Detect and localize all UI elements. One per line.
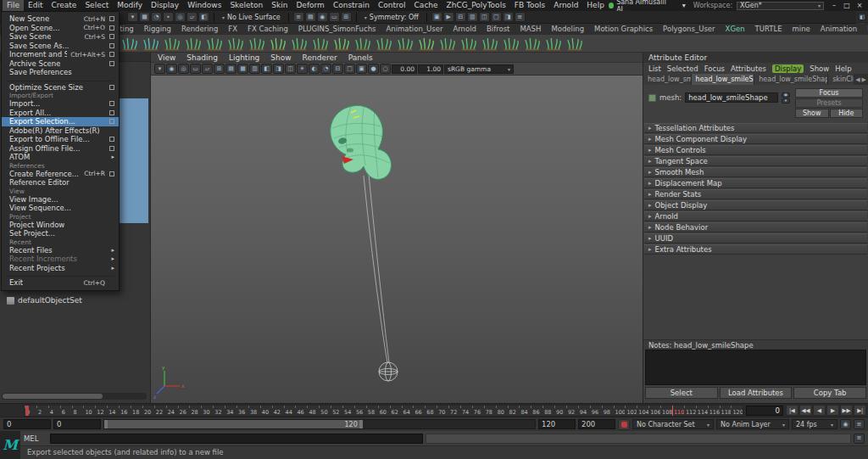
option-box[interactable]: [109, 119, 114, 124]
file-menu-item[interactable]: View ▸: [2, 188, 119, 195]
close-button[interactable]: ×: [854, 1, 865, 10]
selection-mask-icon[interactable]: ▾: [127, 12, 138, 22]
menubar-item[interactable]: Windows: [183, 0, 225, 11]
file-menu-item[interactable]: ATOM ▸: [2, 153, 119, 162]
snap-to-view-plane-icon[interactable]: ▱: [186, 12, 198, 22]
attribute-section-header[interactable]: ▸ Mesh Component Display: [644, 134, 867, 144]
file-menu-item[interactable]: Export to Offline File... ▸: [2, 135, 119, 144]
file-menu-item[interactable]: Save Preferences ▸: [2, 68, 119, 77]
attribute-editor-menu-item[interactable]: Show: [810, 64, 829, 73]
option-box[interactable]: [109, 137, 114, 142]
symmetry-dropdown[interactable]: ▾ Symmetry: Off: [361, 14, 422, 21]
anim-layer-dropdown[interactable]: No Anim Layer ▾: [716, 419, 789, 429]
construction-history-icon[interactable]: ≡: [293, 12, 304, 22]
option-box[interactable]: [109, 43, 114, 48]
xgen-shelf-icon[interactable]: [396, 36, 415, 51]
xgen-shelf-icon[interactable]: [438, 36, 457, 51]
attribute-editor-menu-item[interactable]: Help: [835, 64, 851, 73]
attribute-editor-menu-item[interactable]: Display: [772, 64, 804, 73]
xgen-shelf-icon[interactable]: [142, 36, 160, 51]
file-menu-item[interactable]: Create Reference... Ctrl+R ▸: [2, 170, 119, 179]
viewport-menu-item[interactable]: Panels: [348, 53, 373, 62]
go-to-end-button[interactable]: ▶|: [854, 405, 866, 416]
attribute-section-header[interactable]: ▸ Node Behavior: [644, 222, 867, 232]
xgen-shelf-icon[interactable]: [205, 36, 224, 51]
shelf-tab[interactable]: PLUGINS_SimonFuchs: [293, 24, 381, 35]
file-menu-item[interactable]: ▸: [7, 273, 114, 277]
file-menu-item[interactable]: Save Scene Ctrl+S ▸: [2, 32, 119, 42]
xgen-shelf-icon[interactable]: [375, 36, 393, 51]
channel-box-icon[interactable]: □: [491, 12, 502, 22]
playback-speed-icon[interactable]: ◉: [840, 419, 851, 429]
xgen-shelf-icon[interactable]: [459, 36, 478, 51]
xgen-shelf-icon[interactable]: [290, 36, 309, 51]
hide-button[interactable]: Hide: [830, 109, 864, 118]
shelf-tab[interactable]: Modeling: [546, 24, 589, 35]
xgen-shelf-icon[interactable]: [481, 36, 499, 51]
render-settings-icon[interactable]: ⊟: [455, 12, 466, 22]
current-time-indicator[interactable]: [25, 406, 29, 416]
gamma-field[interactable]: 1.00: [418, 64, 443, 74]
shadows-icon[interactable]: ◐: [309, 64, 320, 74]
option-box[interactable]: [109, 61, 114, 66]
motion-blur-icon[interactable]: ⊟: [332, 64, 343, 74]
file-menu-item[interactable]: Recent Projects ▸: [2, 264, 119, 273]
menubar-item[interactable]: Deform: [292, 0, 328, 11]
file-menu-item[interactable]: New Scene Ctrl+N ▸: [2, 14, 119, 24]
paint-effects-icon[interactable]: ▭: [329, 12, 340, 22]
make-live-icon[interactable]: ◧: [198, 12, 209, 22]
attribute-editor-tab[interactable]: head_low_smileShapeOrig: [754, 74, 828, 85]
panel-menu-icon[interactable]: ▾: [154, 64, 165, 74]
command-line-input[interactable]: [50, 434, 423, 444]
lighting-icon[interactable]: ☀: [297, 64, 308, 74]
option-box[interactable]: [109, 25, 114, 31]
attribute-section-header[interactable]: ▸ UUID: [644, 233, 867, 243]
attribute-section-header[interactable]: ▸ Extra Attributes: [644, 244, 867, 255]
file-menu-item[interactable]: Export All... ▸: [2, 109, 119, 118]
select-node-icon[interactable]: ◉: [782, 92, 790, 98]
list-input-operations-icon[interactable]: ▤: [305, 12, 316, 22]
wireframe-icon[interactable]: □: [344, 64, 355, 74]
presets-button[interactable]: Presets: [795, 98, 863, 108]
field-chart-icon[interactable]: ◫: [285, 64, 296, 74]
menubar-item[interactable]: ZhCG_PolyTools: [442, 0, 510, 11]
option-box[interactable]: [109, 34, 114, 39]
snap-to-projected-center-icon[interactable]: ◎: [175, 12, 186, 22]
shelf-tab[interactable]: mine: [787, 24, 815, 35]
menubar-item[interactable]: Skeleton: [225, 0, 267, 11]
grid-icon[interactable]: ▦: [237, 64, 248, 74]
shelf-tab[interactable]: Rigging: [139, 24, 176, 35]
file-menu-item[interactable]: Recent Files ▸: [2, 246, 119, 255]
animation-end-field[interactable]: 200: [578, 419, 615, 429]
exposure-field[interactable]: 0.00: [392, 64, 417, 74]
viewport-menu-item[interactable]: Show: [270, 53, 291, 62]
attribute-section-header[interactable]: ▸ Object Display: [644, 200, 867, 210]
file-menu-item[interactable]: View Image... ▸: [2, 195, 119, 204]
shelf-tab[interactable]: MSPlugin: [862, 24, 868, 35]
option-box[interactable]: [109, 101, 114, 106]
outliner-item-defaultObjectSet[interactable]: defaultObjectSet: [7, 296, 82, 305]
xgen-shelf-icon[interactable]: [269, 36, 287, 51]
focus-button[interactable]: Focus: [795, 88, 863, 98]
viewport-menu-item[interactable]: Shading: [186, 53, 218, 62]
file-menu-item[interactable]: Exit Ctrl+Q ▸: [2, 278, 119, 288]
xgen-shelf-icon[interactable]: [544, 36, 563, 51]
menubar-item[interactable]: FB Tools: [510, 0, 549, 11]
option-box[interactable]: [109, 110, 114, 115]
xgen-shelf-icon[interactable]: [523, 36, 542, 51]
menubar-item[interactable]: Display: [147, 0, 183, 11]
attribute-section-header[interactable]: ▸ Mesh Controls: [644, 145, 867, 155]
attribute-editor-button[interactable]: Select: [645, 387, 718, 399]
maximize-button[interactable]: □: [841, 1, 853, 10]
shelf-tab[interactable]: Polygons_User: [658, 24, 720, 35]
option-box[interactable]: [109, 171, 114, 176]
file-menu-item[interactable]: Reference Editor ▸: [2, 178, 119, 188]
xgen-shelf-icon[interactable]: [248, 36, 266, 51]
attribute-editor-menu-item[interactable]: Focus: [704, 64, 725, 73]
outliner-horizontal-scrollbar[interactable]: [2, 393, 147, 400]
animation-start-field[interactable]: 0: [3, 419, 51, 429]
live-surface-dropdown[interactable]: ▾ No Live Surface: [219, 14, 284, 21]
shelf-tab[interactable]: FX Caching: [242, 24, 293, 35]
resolution-gate-icon[interactable]: ◧: [261, 64, 272, 74]
measure-icon[interactable]: ⊞: [341, 12, 352, 22]
